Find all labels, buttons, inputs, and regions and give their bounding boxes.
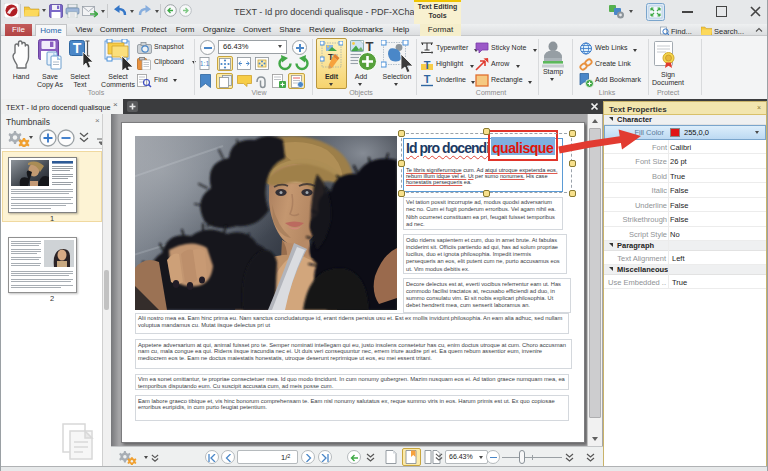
svg-text:T: T [424,74,431,85]
svg-text:T: T [424,59,431,71]
svg-text:T: T [366,40,374,54]
svg-text:1:1: 1:1 [200,60,210,67]
svg-text:T: T [73,40,82,56]
